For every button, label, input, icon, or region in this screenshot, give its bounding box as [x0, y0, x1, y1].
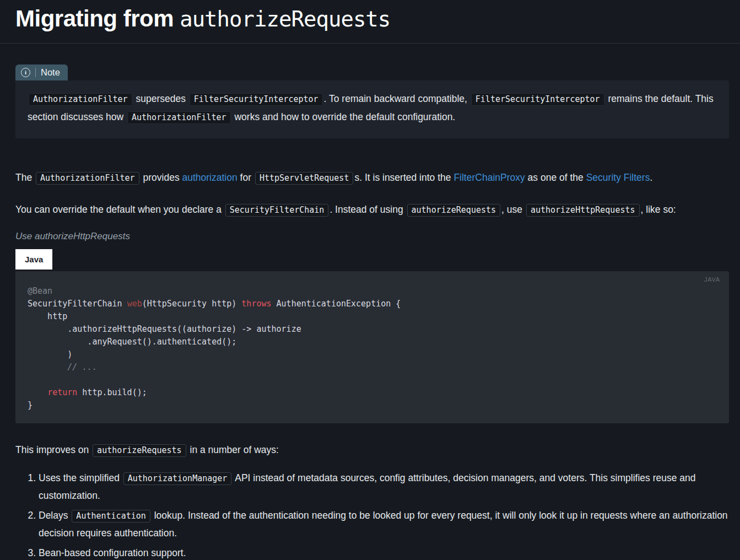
code-keyword-token: throws — [241, 299, 271, 309]
code-token: AuthenticationException { — [272, 299, 401, 309]
inline-code: authorizeHttpRequests — [526, 204, 640, 217]
code-line: return http.build(); — [28, 386, 716, 399]
list-item: Bean-based configuration support. — [39, 545, 729, 560]
code-tab-row: Java — [15, 249, 729, 270]
code-listing: @BeanSecurityFilterChain web(HttpSecurit… — [28, 285, 716, 412]
code-token: SecurityFilterChain — [28, 299, 127, 309]
text-run: You can override the default when you de… — [15, 204, 224, 215]
code-annotation-token: @Bean — [28, 286, 52, 296]
paragraph-authorization-filter: The AuthorizationFilter provides authori… — [15, 169, 729, 187]
inline-code: SecurityFilterChain — [225, 204, 329, 217]
code-token: } — [28, 400, 33, 410]
inline-code: FilterSecurityInterceptor — [190, 93, 323, 106]
code-line: http — [28, 310, 716, 323]
note-label: Note — [41, 67, 60, 78]
code-caption: Use authorizeHttpRequests — [15, 231, 729, 242]
text-run: supersedes — [133, 93, 188, 104]
code-token: .anyRequest().authenticated(); — [28, 337, 236, 347]
inline-code: AuthorizationFilter — [29, 93, 132, 106]
text-run: works and how to override the default co… — [232, 111, 456, 122]
note-tab: i Note — [15, 64, 68, 80]
code-token: (HttpSecurity http) — [142, 299, 242, 309]
inline-code: authorizeRequests — [407, 204, 501, 217]
code-line — [28, 374, 716, 386]
code-token: .authorizeHttpRequests((authorize) -> au… — [28, 324, 301, 334]
text-run: as one of the — [525, 172, 586, 183]
list-item: Delays Authentication lookup. Instead of… — [39, 507, 729, 542]
text-run: in a number of ways: — [187, 444, 279, 455]
paragraph-override-default: You can override the default when you de… — [15, 201, 729, 219]
note-body: AuthorizationFilter supersedes FilterSec… — [15, 80, 729, 138]
text-run: The — [15, 172, 35, 183]
inline-code: FilterSecurityInterceptor — [471, 93, 604, 106]
note-tab-divider — [35, 68, 36, 77]
code-token: ) — [28, 349, 72, 359]
code-line: SecurityFilterChain web(HttpSecurity htt… — [28, 298, 716, 310]
text-run: , use — [501, 204, 525, 215]
code-line: ) — [28, 348, 716, 361]
text-run: . To remain backward compatible, — [324, 93, 470, 104]
inline-code: AuthorizationFilter — [36, 172, 139, 185]
code-line: .authorizeHttpRequests((authorize) -> au… — [28, 323, 716, 336]
note-text: AuthorizationFilter supersedes FilterSec… — [28, 90, 717, 126]
page-header: Migrating from authorizeRequests — [0, 0, 740, 44]
paragraph-improvements-intro: This improves on authorizeRequests in a … — [15, 441, 729, 459]
inline-code: AuthorizationFilter — [127, 111, 231, 124]
content: i Note AuthorizationFilter supersedes Fi… — [0, 64, 740, 560]
page-title: Migrating from authorizeRequests — [15, 6, 725, 32]
language-badge: JAVA — [704, 276, 720, 283]
code-block: JAVA @BeanSecurityFilterChain web(HttpSe… — [15, 271, 729, 423]
code-token: http — [28, 311, 67, 321]
page: Migrating from authorizeRequests i Note … — [0, 0, 740, 560]
code-line: @Bean — [28, 285, 716, 298]
text-link[interactable]: FilterChainProxy — [453, 172, 525, 183]
text-run: . — [650, 172, 652, 183]
code-token — [28, 387, 47, 397]
inline-code: authorizeRequests — [93, 444, 186, 457]
text-run: Bean-based configuration support. — [39, 547, 186, 558]
text-run: s. It is inserted into the — [354, 172, 453, 183]
text-run: Uses the simplified — [39, 472, 122, 483]
page-title-plain: Migrating from — [15, 6, 180, 31]
list-item: Uses the simplified AuthorizationManager… — [39, 470, 729, 504]
text-run: This improves on — [15, 444, 91, 455]
code-keyword-token: return — [47, 387, 77, 397]
code-comment-token: // ... — [28, 362, 97, 372]
code-function-token: web — [127, 299, 142, 309]
text-run: for — [237, 172, 254, 183]
note-callout: i Note AuthorizationFilter supersedes Fi… — [15, 64, 729, 138]
text-link[interactable]: authorization — [182, 172, 237, 183]
inline-code: Authentication — [72, 510, 150, 523]
text-run: provides — [141, 172, 182, 183]
code-line: // ... — [28, 361, 716, 374]
code-line: .anyRequest().authenticated(); — [28, 336, 716, 348]
code-line: } — [28, 399, 716, 412]
inline-code: AuthorizationManager — [123, 472, 232, 485]
tab-java[interactable]: Java — [15, 249, 52, 270]
code-token: http.build(); — [77, 387, 147, 397]
text-run: . Instead of using — [330, 204, 406, 215]
info-icon: i — [21, 68, 30, 77]
improvements-list: Uses the simplified AuthorizationManager… — [15, 470, 729, 560]
inline-code: HttpServletRequest — [255, 172, 354, 185]
text-link[interactable]: Security Filters — [586, 172, 650, 183]
text-run: , like so: — [641, 204, 676, 215]
text-run: Delays — [39, 510, 71, 521]
page-title-code: authorizeRequests — [180, 7, 390, 31]
